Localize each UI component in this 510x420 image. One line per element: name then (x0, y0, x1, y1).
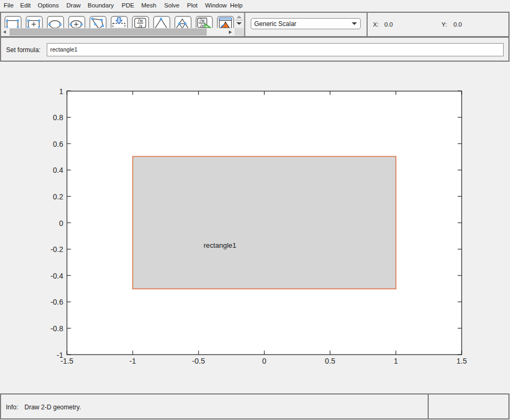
svg-text:0: 0 (59, 219, 63, 228)
svg-text:0.5: 0.5 (325, 357, 336, 365)
svg-text:-1: -1 (57, 351, 64, 359)
svg-text:0.2: 0.2 (53, 192, 64, 201)
svg-text:0.8: 0.8 (53, 113, 64, 122)
svg-text:0.4: 0.4 (53, 166, 64, 174)
svg-text:0: 0 (262, 357, 267, 365)
svg-text:∂u: ∂u (138, 18, 143, 23)
svg-text:-1: -1 (130, 357, 137, 365)
svg-text:∂t: ∂t (200, 23, 204, 28)
svg-text:rectangle1: rectangle1 (203, 241, 236, 249)
svg-text:1: 1 (394, 357, 398, 365)
svg-text:-0.8: -0.8 (50, 324, 63, 333)
svg-text:-0.2: -0.2 (50, 245, 63, 254)
svg-text:-0.6: -0.6 (50, 298, 63, 306)
svg-text:0.6: 0.6 (53, 140, 64, 148)
svg-text:∂t: ∂t (139, 23, 142, 29)
svg-text:-0.5: -0.5 (192, 357, 205, 365)
svg-text:-0.4: -0.4 (50, 272, 63, 280)
svg-text:∂u: ∂u (200, 18, 205, 23)
svg-text:1: 1 (59, 87, 63, 96)
svg-text:1.5: 1.5 (456, 357, 467, 365)
